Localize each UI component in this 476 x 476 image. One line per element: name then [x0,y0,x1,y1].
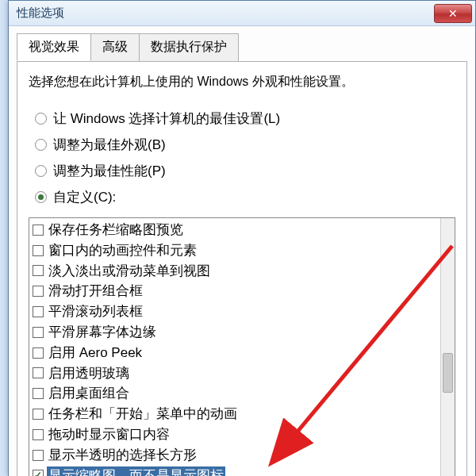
checkbox-icon [33,409,44,420]
checkbox-icon [33,225,44,236]
checkbox-icon [33,470,44,476]
check-label: 显示半透明的选择长方形 [47,446,198,465]
checkbox-icon [33,286,44,297]
check-label: 滑动打开组合框 [47,282,144,301]
check-label: 启用 Aero Peek [47,344,144,363]
checklist: 保存任务栏缩略图预览窗口内的动画控件和元素淡入淡出或滑动菜单到视图滑动打开组合框… [29,218,455,476]
check-label: 启用桌面组合 [47,384,131,403]
check-label: 显示缩略图，而不是显示图标 [47,466,225,476]
check-item[interactable]: 平滑滚动列表框 [29,301,455,322]
radio-best-perf[interactable]: 调整为最佳性能(P) [35,162,455,180]
check-item[interactable]: 任务栏和「开始」菜单中的动画 [29,404,455,424]
checkbox-icon [33,388,44,399]
check-label: 启用透明玻璃 [47,364,131,383]
scrollbar-thumb[interactable] [443,353,453,393]
check-item[interactable]: 滑动打开组合框 [29,281,455,301]
dialog-window: 性能选项 ✕ 视觉效果 高级 数据执行保护 选择您想在此计算机上使用的 Wind… [8,0,476,476]
titlebar: 性能选项 ✕ [9,1,475,26]
radio-best-look[interactable]: 调整为最佳外观(B) [35,136,455,154]
check-item[interactable]: 淡入淡出或滑动菜单到视图 [29,261,455,282]
radio-icon [35,165,47,177]
radio-label: 让 Windows 选择计算机的最佳设置(L) [53,109,280,128]
tab-visual-effects[interactable]: 视觉效果 [17,33,91,61]
radio-icon [35,139,47,151]
check-item[interactable]: 保存任务栏缩略图预览 [29,220,455,240]
close-button[interactable]: ✕ [434,4,472,23]
check-label: 平滑滚动列表框 [47,302,144,321]
scrollbar[interactable] [440,218,455,476]
close-icon: ✕ [448,7,458,20]
check-label: 任务栏和「开始」菜单中的动画 [47,405,239,424]
radio-label: 调整为最佳性能(P) [53,162,166,180]
radio-auto[interactable]: 让 Windows 选择计算机的最佳设置(L) [35,109,455,128]
content-area: 视觉效果 高级 数据执行保护 选择您想在此计算机上使用的 Windows 外观和… [9,26,475,476]
radio-icon [35,113,47,125]
check-label: 保存任务栏缩略图预览 [47,221,185,240]
radio-group: 让 Windows 选择计算机的最佳设置(L) 调整为最佳外观(B) 调整为最佳… [35,109,455,206]
tab-advanced[interactable]: 高级 [90,33,140,61]
checkbox-icon [33,265,44,276]
instruction-text: 选择您想在此计算机上使用的 Windows 外观和性能设置。 [29,74,455,90]
check-item[interactable]: 拖动时显示窗口内容 [29,424,455,445]
check-label: 淡入淡出或滑动菜单到视图 [47,262,212,281]
tab-strip: 视觉效果 高级 数据执行保护 [17,33,467,62]
check-label: 平滑屏幕字体边缘 [47,323,158,342]
check-item[interactable]: 启用 Aero Peek [29,343,455,363]
checkbox-icon [33,245,44,256]
check-label: 窗口内的动画控件和元素 [47,241,198,260]
check-item[interactable]: 显示半透明的选择长方形 [29,445,455,466]
checkbox-icon [33,450,44,461]
check-item[interactable]: 平滑屏幕字体边缘 [29,322,455,343]
checkbox-icon [33,327,44,338]
radio-label: 自定义(C): [53,188,116,206]
check-item[interactable]: 启用透明玻璃 [29,363,455,384]
checkbox-icon [33,429,44,440]
checkbox-icon [33,306,44,317]
tab-dep[interactable]: 数据执行保护 [139,33,239,61]
window-title: 性能选项 [17,6,64,21]
check-item[interactable]: 启用桌面组合 [29,383,455,404]
radio-label: 调整为最佳外观(B) [53,136,166,154]
radio-icon [35,191,47,203]
check-item[interactable]: 窗口内的动画控件和元素 [29,240,455,261]
radio-custom[interactable]: 自定义(C): [35,188,455,206]
check-item[interactable]: 显示缩略图，而不是显示图标 [29,466,455,476]
tab-panel: 选择您想在此计算机上使用的 Windows 外观和性能设置。 让 Windows… [17,61,467,476]
checkbox-icon [33,347,44,359]
effects-listbox[interactable]: 保存任务栏缩略图预览窗口内的动画控件和元素淡入淡出或滑动菜单到视图滑动打开组合框… [29,217,455,476]
check-label: 拖动时显示窗口内容 [47,425,171,444]
checkbox-icon [33,367,44,378]
